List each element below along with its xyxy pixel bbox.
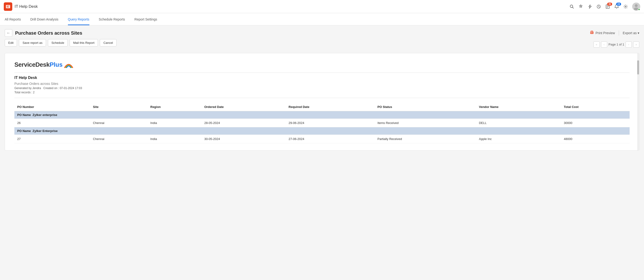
scrollbar-track[interactable]: [637, 53, 639, 150]
col-region: Region: [148, 103, 202, 111]
settings-icon[interactable]: [623, 4, 628, 9]
schedule-button[interactable]: Schedule: [48, 39, 68, 46]
last-page-button[interactable]: »: [633, 41, 639, 48]
tab-all-reports[interactable]: All Reports: [5, 13, 21, 25]
table-cell: Chennai: [90, 119, 148, 127]
page-label: Page 1 of 1: [608, 43, 624, 46]
col-required-date: Required Date: [286, 103, 374, 111]
avatar[interactable]: [632, 2, 640, 10]
online-indicator: [638, 8, 640, 10]
app-logo: IT Help Desk: [4, 2, 38, 11]
report-subtitle: Purchase Orders across Sites: [14, 82, 630, 86]
table-cell: 48000: [561, 135, 630, 143]
report-meta: Generated by Jendra Created on : 07-01-2…: [14, 86, 630, 90]
table-cell: 30000: [561, 119, 630, 127]
pagination-row: « ‹ Page 1 of 1 › »: [594, 41, 640, 48]
svg-point-13: [635, 4, 638, 7]
print-preview-label: Print Preview: [596, 31, 615, 35]
top-bar-icons: 36 24: [570, 2, 640, 10]
tab-schedule-reports[interactable]: Schedule Reports: [99, 13, 125, 25]
toolbar-pagination-wrapper: Edit Save report as Schedule Mail this R…: [5, 39, 639, 50]
table-group-row: PO Name Zylker enterprise: [14, 111, 630, 119]
table-cell: 26: [14, 119, 90, 127]
logo-divider: [14, 73, 630, 73]
table-cell: India: [148, 135, 202, 143]
mail-report-button[interactable]: Mail this Report: [70, 39, 98, 46]
bell-icon[interactable]: 24: [614, 4, 619, 9]
first-page-button[interactable]: «: [594, 41, 600, 48]
table-row: 27ChennaiIndia30-05-202427-06-2024Partia…: [14, 135, 630, 143]
table-cell: Chennai: [90, 135, 148, 143]
table-cell: Apple Inc: [476, 135, 561, 143]
col-ordered-date: Ordered Date: [202, 103, 286, 111]
reports-icon[interactable]: 36: [605, 4, 610, 9]
sdp-logo-rainbow: [64, 60, 74, 69]
table-cell: 28-05-2024: [202, 119, 286, 127]
table-cell: 27: [14, 135, 90, 143]
reports-badge: 36: [607, 2, 612, 6]
report-actions-right: Print Preview Export as ▾: [590, 30, 639, 35]
svg-line-5: [572, 7, 574, 8]
table-cell: 29-06-2024: [286, 119, 374, 127]
chevron-down-icon: ▾: [638, 31, 639, 35]
svg-rect-2: [6, 6, 8, 7]
save-report-as-button[interactable]: Save report as: [19, 39, 46, 46]
col-vendor-name: Vendor Name: [476, 103, 561, 111]
app-icon: [4, 2, 12, 11]
table-row: 26ChennaiIndia28-05-202429-06-2024Items …: [14, 119, 630, 127]
export-button[interactable]: Export as ▾: [623, 31, 639, 35]
tab-report-settings[interactable]: Report Settings: [134, 13, 157, 25]
divider: [619, 30, 619, 35]
report-header-row: ← Purchase Orders across Sites Print Pre…: [5, 29, 639, 37]
tab-drill-down[interactable]: Drill Down Analysis: [30, 13, 58, 25]
svg-rect-3: [6, 7, 9, 7]
col-total-cost: Total Cost: [561, 103, 630, 111]
report-company: IT Help Desk: [14, 76, 630, 80]
total-records: Total records : 2: [14, 91, 630, 94]
sdp-logo: ServiceDesk Plus: [14, 60, 630, 69]
bell-badge: 24: [616, 2, 621, 6]
table-header-row: PO Number Site Region Ordered Date Requi…: [14, 103, 630, 111]
table-cell: 27-06-2024: [286, 135, 374, 143]
tab-query-reports[interactable]: Query Reports: [68, 13, 90, 25]
user-avatar: [632, 2, 640, 10]
cancel-button[interactable]: Cancel: [100, 39, 116, 46]
prev-page-button[interactable]: ‹: [601, 41, 607, 48]
print-preview-button[interactable]: Print Preview: [590, 30, 615, 35]
toolbar-row: Edit Save report as Schedule Mail this R…: [5, 39, 116, 46]
svg-point-18: [593, 32, 593, 33]
table-body: PO Name Zylker enterprise26ChennaiIndia2…: [14, 111, 630, 143]
group-label: PO Name: [17, 113, 31, 117]
svg-rect-1: [6, 6, 10, 6]
group-value: Zylker enterprise: [32, 113, 57, 117]
next-page-button[interactable]: ›: [626, 41, 632, 48]
created-on: Created on : 07-01-2024 17:03: [44, 86, 82, 90]
generated-by: Generated by Jendra: [14, 86, 41, 90]
lightning-icon[interactable]: [588, 4, 592, 9]
report-content-box: ServiceDesk Plus IT Help Desk Purchase O…: [5, 53, 639, 151]
svg-point-11: [625, 6, 626, 7]
bookmark-icon[interactable]: [578, 4, 583, 9]
tab-nav: All Reports Drill Down Analysis Query Re…: [0, 13, 644, 25]
page-title: Purchase Orders across Sites: [15, 30, 590, 36]
content-divider: [14, 98, 630, 98]
scrollbar-thumb[interactable]: [637, 60, 639, 74]
group-value: Zylker Enterprise: [32, 129, 58, 133]
print-icon: [590, 30, 594, 35]
col-po-number: PO Number: [14, 103, 90, 111]
history-icon[interactable]: [596, 4, 601, 9]
data-table: PO Number Site Region Ordered Date Requi…: [14, 103, 630, 143]
table-cell: India: [148, 119, 202, 127]
table-cell: 30-05-2024: [202, 135, 286, 143]
col-site: Site: [90, 103, 148, 111]
col-po-status: PO Status: [374, 103, 476, 111]
sdp-logo-plus: Plus: [50, 61, 62, 68]
content-area: ← Purchase Orders across Sites Print Pre…: [0, 25, 644, 277]
search-icon[interactable]: [570, 4, 574, 9]
back-button[interactable]: ←: [5, 29, 12, 37]
group-label: PO Name: [17, 129, 31, 133]
edit-button[interactable]: Edit: [5, 39, 17, 46]
app-title: IT Help Desk: [15, 4, 38, 9]
table-cell: DELL: [476, 119, 561, 127]
sdp-logo-text: ServiceDesk: [14, 61, 50, 68]
